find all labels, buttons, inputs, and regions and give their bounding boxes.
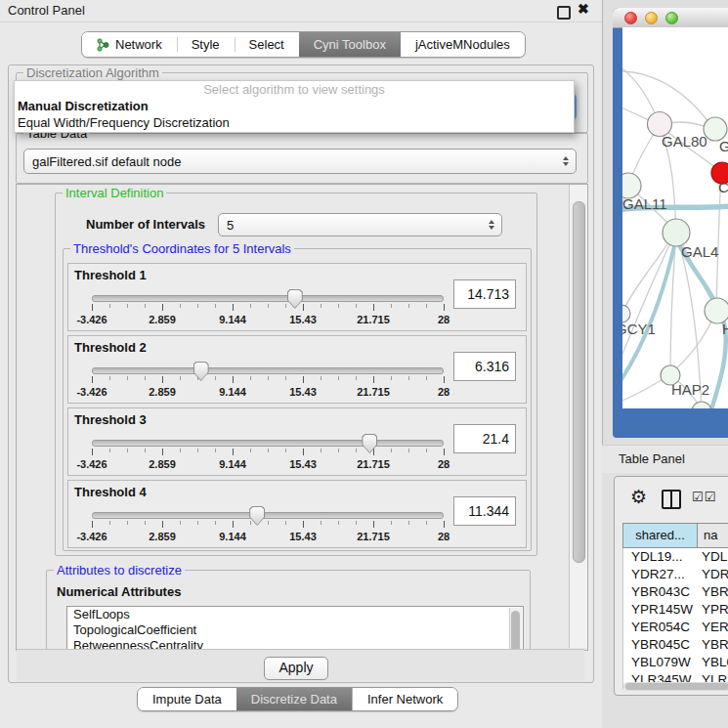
tab-select[interactable]: Select: [235, 32, 299, 57]
interval-definition-title: Interval Definition: [63, 186, 166, 200]
numerical-attributes-label: Numerical Attributes: [57, 584, 181, 599]
network-window-titlebar[interactable]: [613, 8, 728, 28]
table-row[interactable]: YBR045CYBR0: [623, 636, 728, 654]
close-icon[interactable]: ✖: [578, 1, 589, 17]
tab-jactivemnodules[interactable]: jActiveMNodules: [401, 32, 525, 57]
list-scrollbar-thumb[interactable]: [511, 611, 520, 651]
horizontal-scrollbar[interactable]: [623, 682, 728, 691]
top-tabbar: Network Style Select Cyni Toolbox jActiv…: [81, 31, 526, 58]
algorithm-group-title: Discretization Algorithm: [23, 65, 162, 80]
threshold-panel: Threshold 1 -3.4262.8599.14415.4321.7152…: [67, 263, 527, 331]
float-window-icon[interactable]: [557, 6, 571, 20]
table-row[interactable]: YPR145WYPR1: [623, 601, 728, 619]
cell-name[interactable]: YDR2: [698, 566, 728, 583]
number-of-intervals-combobox[interactable]: 5: [218, 213, 502, 236]
cell-shared-name[interactable]: YBR045C: [623, 636, 698, 654]
attributes-group-title: Attributes to discretize: [54, 563, 185, 578]
tab-cyni-toolbox[interactable]: Cyni Toolbox: [299, 32, 401, 57]
tick-label: 9.144: [219, 458, 246, 470]
table-row[interactable]: YER054CYER0: [623, 619, 728, 636]
tab-label: Network: [115, 37, 162, 52]
slider-major-ticks: [92, 376, 445, 383]
tab-label: Style: [192, 37, 220, 52]
vertical-scrollbar-thumb[interactable]: [573, 201, 585, 563]
tick-label: 28: [438, 386, 450, 398]
threshold-value-field[interactable]: 14.713: [453, 279, 516, 309]
gear-icon[interactable]: ⚙: [630, 488, 647, 506]
vertical-scrollbar[interactable]: [569, 185, 587, 648]
tick-label: 28: [438, 458, 450, 470]
cell-shared-name[interactable]: YER054C: [623, 619, 698, 636]
table-row[interactable]: YDL19...YDL1: [623, 548, 728, 566]
network-node[interactable]: [692, 402, 711, 408]
network-canvas[interactable]: GAL80 G C GAL11 GAL4 GCY1 H HAP2: [622, 27, 728, 408]
table-row[interactable]: YBR043CYBR0: [623, 583, 728, 601]
tick-label: 15.43: [289, 458, 317, 470]
apply-button[interactable]: Apply: [264, 657, 328, 680]
cell-shared-name[interactable]: YBL079W: [623, 654, 698, 671]
algorithm-placeholder-item[interactable]: Select algorithm to view settings: [15, 81, 574, 98]
cell-name[interactable]: YPR1: [698, 601, 728, 619]
threshold-slider[interactable]: -3.4262.8599.14415.4321.71528: [92, 289, 444, 330]
tick-label: -3.426: [76, 458, 107, 470]
tab-infer-network[interactable]: Infer Network: [352, 688, 457, 710]
tick-label: 21.715: [357, 386, 390, 398]
columns-icon[interactable]: [662, 490, 681, 509]
control-panel-window: Control Panel ✖ Network: [0, 0, 603, 728]
cell-shared-name[interactable]: YDL19...: [623, 548, 698, 566]
table-data-combobox[interactable]: galFiltered.sif default node: [23, 149, 577, 174]
control-panel-titlebar: Control Panel ✖: [0, 0, 602, 22]
tab-label: Infer Network: [367, 692, 443, 707]
threshold-slider[interactable]: -3.4262.8599.14415.4321.71528: [92, 434, 444, 475]
network-node-gal4[interactable]: [663, 219, 690, 246]
tick-label: 2.859: [149, 314, 176, 325]
minimize-traffic-light[interactable]: [645, 12, 658, 24]
column-header-shared-name[interactable]: shared...: [623, 524, 698, 547]
table-row[interactable]: YBL079WYBL0: [623, 654, 728, 671]
slider-major-ticks: [92, 304, 445, 311]
window-title: Control Panel: [8, 3, 85, 18]
algorithm-item-manual[interactable]: Manual Discretization: [15, 98, 574, 114]
list-scrollbar[interactable]: [509, 608, 522, 651]
algorithm-item-equal-width[interactable]: Equal Width/Frequency Discretization: [15, 114, 574, 131]
tab-discretize-data[interactable]: Discretize Data: [236, 688, 352, 710]
cell-name[interactable]: YER0: [698, 619, 728, 636]
tab-impute-data[interactable]: Impute Data: [138, 688, 236, 710]
tab-style[interactable]: Style: [177, 32, 235, 57]
slider-track[interactable]: [92, 295, 444, 302]
tick-label: 9.144: [219, 314, 246, 325]
attributes-group: Attributes to discretize Numerical Attri…: [46, 570, 531, 651]
threshold-slider[interactable]: -3.4262.8599.14415.4321.71528: [92, 506, 444, 547]
tick-label: 28: [438, 531, 450, 542]
threshold-value-field[interactable]: 11.344: [453, 496, 516, 526]
threshold-value-field[interactable]: 21.4: [453, 424, 516, 453]
column-header-name[interactable]: na: [698, 524, 728, 547]
table-row[interactable]: YDR27...YDR2: [623, 566, 728, 583]
slider-track[interactable]: [92, 440, 444, 447]
checkbox-icons[interactable]: ☑☑: [692, 490, 716, 504]
threshold-panel: Threshold 4 -3.4262.8599.14415.4321.7152…: [67, 480, 527, 548]
slider-track[interactable]: [92, 367, 444, 374]
tab-label: Select: [249, 37, 284, 52]
numerical-attributes-list[interactable]: SelfLoopsTopologicalCoefficientBetweenne…: [66, 606, 524, 651]
cell-shared-name[interactable]: YDR27...: [623, 566, 698, 583]
attribute-list-item[interactable]: SelfLoops: [67, 607, 523, 622]
cell-name[interactable]: YBR0: [698, 636, 728, 654]
attribute-list-item[interactable]: TopologicalCoefficient: [67, 622, 523, 638]
cell-name[interactable]: YBR0: [698, 583, 728, 601]
horizontal-scrollbar-thumb[interactable]: [625, 683, 728, 690]
tab-network[interactable]: Network: [82, 32, 177, 57]
zoom-traffic-light[interactable]: [665, 12, 678, 24]
network-icon: [97, 38, 109, 52]
tick-label: 21.715: [357, 458, 390, 470]
cell-name[interactable]: YDL1: [698, 548, 728, 566]
slider-track[interactable]: [92, 512, 444, 519]
threshold-slider[interactable]: -3.4262.8599.14415.4321.71528: [92, 362, 444, 403]
threshold-value-field[interactable]: 6.316: [453, 352, 516, 381]
cell-shared-name[interactable]: YBR043C: [623, 583, 698, 601]
cell-shared-name[interactable]: YPR145W: [623, 601, 698, 619]
threshold-label: Threshold 1: [74, 268, 147, 282]
table-panel-header: Table Panel: [602, 445, 728, 475]
cell-name[interactable]: YBL0: [698, 654, 728, 671]
close-traffic-light[interactable]: [624, 12, 637, 24]
